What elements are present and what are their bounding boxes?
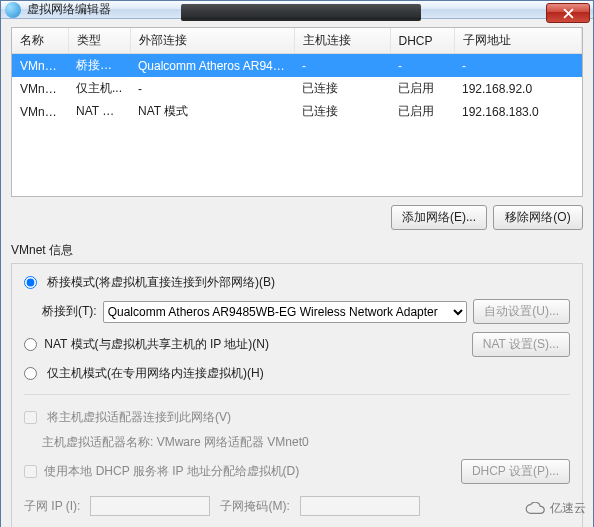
cell-name: VMnet0: [12, 54, 68, 78]
cell-dhcp: 已启用: [390, 100, 454, 123]
cell-subnet: -: [454, 54, 582, 78]
dhcp-settings-button[interactable]: DHCP 设置(P)...: [461, 459, 570, 484]
cell-host: 已连接: [294, 77, 390, 100]
table-row[interactable]: VMnet8NAT 模式NAT 模式已连接已启用192.168.183.0: [12, 100, 582, 123]
bridged-label: 桥接模式(将虚拟机直接连接到外部网络)(B): [47, 274, 275, 291]
close-icon: [563, 8, 574, 19]
subnet-ip-input[interactable]: [90, 496, 210, 516]
column-header[interactable]: 子网地址: [454, 28, 582, 54]
content-area: 名称类型外部连接主机连接DHCP子网地址 VMnet0桥接模式Qualcomm …: [1, 19, 593, 527]
cell-ext: NAT 模式: [130, 100, 294, 123]
cell-host: 已连接: [294, 100, 390, 123]
cell-subnet: 192.168.183.0: [454, 100, 582, 123]
window-title: 虚拟网络编辑器: [27, 1, 111, 18]
nat-settings-button[interactable]: NAT 设置(S)...: [472, 332, 570, 357]
use-local-dhcp-label: 使用本地 DHCP 服务将 IP 地址分配给虚拟机(D): [44, 464, 299, 478]
column-header[interactable]: 主机连接: [294, 28, 390, 54]
table-row[interactable]: VMnet0桥接模式Qualcomm Atheros AR9485...---: [12, 54, 582, 78]
cell-type: 仅主机...: [68, 77, 130, 100]
auto-settings-button[interactable]: 自动设置(U)...: [473, 299, 570, 324]
cell-host: -: [294, 54, 390, 78]
column-header[interactable]: 外部连接: [130, 28, 294, 54]
titlebar[interactable]: 虚拟网络编辑器: [1, 1, 593, 19]
cell-dhcp: 已启用: [390, 77, 454, 100]
cell-ext: -: [130, 77, 294, 100]
column-header[interactable]: DHCP: [390, 28, 454, 54]
subnet-mask-label: 子网掩码(M):: [220, 498, 289, 515]
close-button[interactable]: [546, 3, 590, 23]
hostonly-radio[interactable]: [24, 367, 37, 380]
cell-ext: Qualcomm Atheros AR9485...: [130, 54, 294, 78]
use-local-dhcp-checkbox[interactable]: [24, 465, 37, 478]
hostadapter-name-label: 主机虚拟适配器名称: VMware 网络适配器 VMnet0: [42, 434, 309, 451]
cell-name: VMnet8: [12, 100, 68, 123]
remove-network-button[interactable]: 移除网络(O): [493, 205, 583, 230]
nat-label: NAT 模式(与虚拟机共享主机的 IP 地址)(N): [44, 337, 269, 351]
cell-dhcp: -: [390, 54, 454, 78]
column-header[interactable]: 类型: [68, 28, 130, 54]
connect-hostadapter-label: 将主机虚拟适配器连接到此网络(V): [47, 409, 231, 426]
network-buttons: 添加网络(E)... 移除网络(O): [11, 205, 583, 230]
cell-name: VMnet1: [12, 77, 68, 100]
subnet-ip-label: 子网 IP (I):: [24, 498, 80, 515]
cell-type: 桥接模式: [68, 54, 130, 78]
add-network-button[interactable]: 添加网络(E)...: [391, 205, 487, 230]
subnet-mask-input[interactable]: [300, 496, 420, 516]
nat-radio[interactable]: [24, 338, 37, 351]
connect-hostadapter-checkbox[interactable]: [24, 411, 37, 424]
cell-subnet: 192.168.92.0: [454, 77, 582, 100]
virtual-network-editor-window: 虚拟网络编辑器 名称类型外部连接主机连接DHCP子网地址 VMnet0桥接模式Q…: [0, 0, 594, 527]
divider: [24, 394, 570, 395]
vmnet-info-label: VMnet 信息: [11, 242, 583, 259]
hostonly-label: 仅主机模式(在专用网络内连接虚拟机)(H): [47, 365, 264, 382]
app-icon: [5, 2, 21, 18]
bridged-radio[interactable]: [24, 276, 37, 289]
vmnet-table[interactable]: 名称类型外部连接主机连接DHCP子网地址 VMnet0桥接模式Qualcomm …: [11, 27, 583, 197]
vmnet-info-group: 桥接模式(将虚拟机直接连接到外部网络)(B) 桥接到(T): Qualcomm …: [11, 263, 583, 527]
cell-type: NAT 模式: [68, 100, 130, 123]
bridged-adapter-select[interactable]: Qualcomm Atheros AR9485WB-EG Wireless Ne…: [103, 301, 468, 323]
table-row[interactable]: VMnet1仅主机...-已连接已启用192.168.92.0: [12, 77, 582, 100]
bridged-to-label: 桥接到(T):: [42, 303, 97, 320]
censor-overlay: [181, 4, 421, 21]
column-header[interactable]: 名称: [12, 28, 68, 54]
